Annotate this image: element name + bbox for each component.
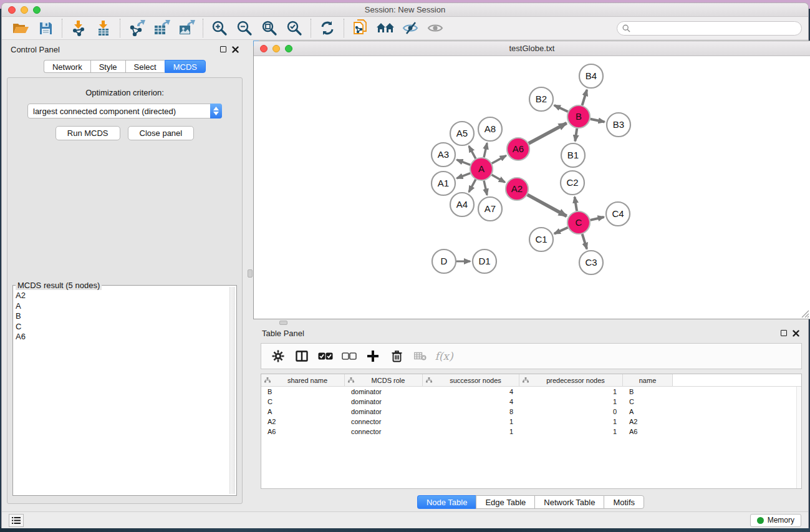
float-panel-icon[interactable] <box>220 46 226 52</box>
graph-edge-B-B1[interactable] <box>575 128 577 141</box>
cell-name[interactable]: A <box>623 408 673 415</box>
tab-motifs[interactable]: Motifs <box>604 495 644 509</box>
new-network-from-selection-icon[interactable] <box>348 18 373 38</box>
cell-name[interactable]: C <box>623 398 673 405</box>
zoom-out-icon[interactable] <box>232 18 257 38</box>
cell-successor-nodes[interactable]: 8 <box>423 408 519 415</box>
mcds-result-item[interactable]: A2 <box>16 291 229 301</box>
refresh-layout-icon[interactable] <box>315 18 340 38</box>
cell-shared-name[interactable]: C <box>261 398 345 405</box>
graph-edge-B-B3[interactable] <box>591 119 605 122</box>
function-builder-icon[interactable]: f(x) <box>433 346 455 367</box>
add-column-icon[interactable] <box>362 346 383 367</box>
mcds-result-item[interactable]: A6 <box>16 332 229 342</box>
run-mcds-button[interactable]: Run MCDS <box>55 126 120 140</box>
export-table-icon[interactable] <box>149 18 174 38</box>
graph-edge-A-A3[interactable] <box>457 160 471 165</box>
graph-edge-C-C2[interactable] <box>575 197 577 211</box>
cell-shared-name[interactable]: B <box>261 388 345 395</box>
cell-mcds-role[interactable]: connector <box>345 418 423 425</box>
cell-name[interactable]: B <box>623 388 673 395</box>
import-table-icon[interactable] <box>91 18 116 38</box>
graph-edge-A-A5[interactable] <box>469 146 476 158</box>
mcds-result-item[interactable]: A <box>16 301 229 312</box>
cell-predecessor-nodes[interactable]: 1 <box>519 388 623 395</box>
cell-predecessor-nodes[interactable]: 1 <box>519 398 623 405</box>
column-header-mcds-role[interactable]: MCDS role <box>345 374 423 386</box>
tab-network[interactable]: Network <box>44 60 90 73</box>
table-scrollbar[interactable] <box>796 387 801 488</box>
graph-edge-A6-B[interactable] <box>529 123 567 143</box>
cell-predecessor-nodes[interactable]: 1 <box>519 418 623 425</box>
node-table[interactable]: shared name MCDS role successor nodes pr… <box>261 374 802 489</box>
toggle-panel-columns-icon[interactable] <box>291 346 312 367</box>
tab-select[interactable]: Select <box>125 60 165 73</box>
cell-mcds-role[interactable]: dominator <box>345 388 423 395</box>
cell-mcds-role[interactable]: connector <box>345 428 423 435</box>
graph-edge-A-A1[interactable] <box>457 173 471 178</box>
graph-edge-A-A2[interactable] <box>492 175 505 182</box>
column-header-successor-nodes[interactable]: successor nodes <box>423 374 519 386</box>
zoom-in-icon[interactable] <box>207 18 232 38</box>
graph-edge-A-A7[interactable] <box>484 181 487 195</box>
criterion-dropdown[interactable]: largest connected component (directed) <box>27 104 222 118</box>
mcds-list-scrollbar[interactable] <box>229 287 235 494</box>
graph-edge-C-C1[interactable] <box>554 228 568 234</box>
tab-style[interactable]: Style <box>90 60 125 73</box>
cell-successor-nodes[interactable]: 1 <box>423 428 519 435</box>
cell-predecessor-nodes[interactable]: 0 <box>519 408 623 415</box>
column-header-name[interactable]: name <box>623 374 673 386</box>
table-row[interactable]: A2 connector 1 1 A2 <box>261 417 801 427</box>
export-image-icon[interactable] <box>174 18 199 38</box>
network-canvas[interactable]: B4B2BB3A8A5A6B1A3AC2A1A2A4A7C4CC1C3DD1 <box>254 56 810 319</box>
table-row[interactable]: A dominator 8 0 A <box>261 407 801 417</box>
open-session-icon[interactable] <box>8 18 33 38</box>
close-panel-button[interactable]: Close panel <box>128 126 195 140</box>
graph-edge-A-A6[interactable] <box>492 155 506 163</box>
delete-table-icon[interactable] <box>410 346 431 367</box>
cell-successor-nodes[interactable]: 1 <box>423 418 519 425</box>
network-graph[interactable]: B4B2BB3A8A5A6B1A3AC2A1A2A4A7C4CC1C3DD1 <box>254 56 810 319</box>
table-options-gear-icon[interactable] <box>268 346 289 367</box>
cell-successor-nodes[interactable]: 4 <box>423 398 519 405</box>
graph-edge-C-C4[interactable] <box>591 217 604 220</box>
tab-network-table[interactable]: Network Table <box>534 495 604 509</box>
graph-edge-C-C3[interactable] <box>582 234 587 249</box>
first-neighbors-icon[interactable] <box>373 18 398 38</box>
export-network-icon[interactable] <box>124 18 149 38</box>
cell-name[interactable]: A2 <box>623 418 673 425</box>
graph-edge-A-A4[interactable] <box>469 180 476 192</box>
close-panel-icon[interactable] <box>793 330 799 337</box>
column-header-shared-name[interactable]: shared name <box>261 374 345 386</box>
table-row[interactable]: A6 connector 1 1 A6 <box>261 427 801 437</box>
cell-mcds-role[interactable]: dominator <box>345 398 423 405</box>
cell-shared-name[interactable]: A2 <box>261 418 345 425</box>
deselect-all-rows-icon[interactable] <box>339 346 360 367</box>
memory-button[interactable]: Memory <box>750 514 801 527</box>
cell-shared-name[interactable]: A <box>261 408 345 415</box>
mcds-result-item[interactable]: B <box>16 311 229 322</box>
tab-mcds[interactable]: MCDS <box>165 60 206 73</box>
graph-edge-B-B4[interactable] <box>582 90 587 105</box>
cell-name[interactable]: A6 <box>623 428 673 435</box>
vertical-splitter-grip[interactable] <box>248 269 253 278</box>
table-row[interactable]: B dominator 4 1 B <box>261 387 801 397</box>
horizontal-splitter-grip[interactable] <box>279 321 287 325</box>
show-all-icon[interactable] <box>423 18 448 38</box>
network-window-titlebar[interactable]: testGlobe.txt <box>254 41 810 56</box>
save-session-icon[interactable] <box>33 18 58 38</box>
search-field[interactable] <box>617 21 802 36</box>
cell-mcds-role[interactable]: dominator <box>345 408 423 415</box>
tab-edge-table[interactable]: Edge Table <box>476 495 534 509</box>
cell-successor-nodes[interactable]: 4 <box>423 388 519 395</box>
graph-edge-A2-C[interactable] <box>528 195 567 216</box>
tab-node-table[interactable]: Node Table <box>417 495 476 509</box>
window-resize-handle[interactable] <box>801 310 809 318</box>
cell-shared-name[interactable]: A6 <box>261 428 345 435</box>
cell-predecessor-nodes[interactable]: 1 <box>519 428 623 435</box>
zoom-selected-icon[interactable] <box>282 18 307 38</box>
delete-columns-trash-icon[interactable] <box>386 346 407 367</box>
float-panel-icon[interactable] <box>781 330 787 336</box>
import-network-icon[interactable] <box>66 18 91 38</box>
mcds-result-list[interactable]: A2 A B C A6 <box>16 291 229 493</box>
